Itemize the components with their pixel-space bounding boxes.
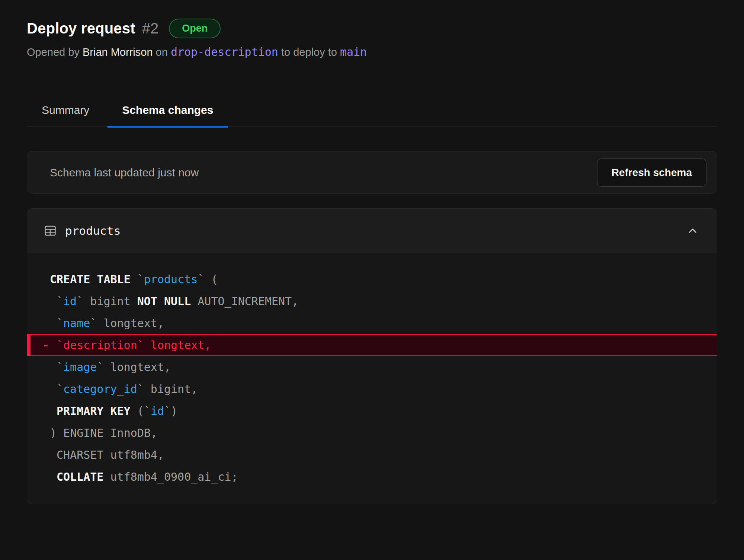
diff-gutter <box>42 400 50 422</box>
code-text: CHARSET utf8mb4, <box>50 444 164 466</box>
deploy-request-page: Deploy request #2 Open Opened by Brian M… <box>0 19 744 504</box>
status-badge: Open <box>169 19 221 38</box>
code-text: `name` longtext, <box>50 312 164 334</box>
code-line: COLLATE utf8mb4_0900_ai_ci; <box>27 466 717 488</box>
code-text: COLLATE utf8mb4_0900_ai_ci; <box>50 466 238 488</box>
table-name: products <box>65 224 121 237</box>
schema-status-text: Schema last updated just now <box>50 166 199 179</box>
target-branch[interactable]: main <box>340 45 367 58</box>
page-header: Deploy request #2 Open <box>27 19 717 38</box>
chevron-up-icon[interactable] <box>686 224 699 237</box>
deploy-request-subtitle: Opened by Brian Morrison on drop-descrip… <box>27 44 717 60</box>
author-name: Brian Morrison <box>83 46 153 58</box>
code-line: `image` longtext, <box>27 356 717 378</box>
code-text: `id` bigint NOT NULL AUTO_INCREMENT, <box>50 290 298 312</box>
tab-bar: Summary Schema changes <box>27 104 717 127</box>
diff-gutter <box>42 422 50 444</box>
schema-status-bar: Schema last updated just now Refresh sch… <box>27 151 717 194</box>
subtitle-on: on <box>153 46 171 58</box>
table-panel-header[interactable]: products <box>27 209 717 253</box>
tab-schema-changes[interactable]: Schema changes <box>107 104 228 127</box>
page-title: Deploy request <box>27 20 135 37</box>
code-text: `category_id` bigint, <box>50 378 198 400</box>
table-schema-panel: products CREATE TABLE `products` (`id` b… <box>27 208 717 504</box>
code-line: `id` bigint NOT NULL AUTO_INCREMENT, <box>27 290 717 312</box>
diff-gutter <box>42 378 50 400</box>
code-line-removed: -`description` longtext, <box>27 334 717 356</box>
diff-gutter <box>42 268 50 290</box>
sql-code: CREATE TABLE `products` (`id` bigint NOT… <box>27 253 717 504</box>
code-line: `category_id` bigint, <box>27 378 717 400</box>
table-icon <box>44 224 57 237</box>
diff-gutter <box>42 290 50 312</box>
diff-gutter <box>42 466 50 488</box>
code-text: `image` longtext, <box>50 356 171 378</box>
code-text: `description` longtext, <box>50 335 211 355</box>
code-text: PRIMARY KEY (`id`) <box>50 400 177 422</box>
code-line: CHARSET utf8mb4, <box>27 444 717 466</box>
deploy-request-number: #2 <box>142 20 159 37</box>
diff-gutter <box>42 312 50 334</box>
diff-gutter: - <box>42 335 50 355</box>
code-line: ) ENGINE InnoDB, <box>27 422 717 444</box>
code-text: ) ENGINE InnoDB, <box>50 422 157 444</box>
subtitle-prefix: Opened by <box>27 46 83 58</box>
code-line: PRIMARY KEY (`id`) <box>27 400 717 422</box>
refresh-schema-button[interactable]: Refresh schema <box>597 159 706 187</box>
source-branch[interactable]: drop-description <box>171 45 278 58</box>
code-text: CREATE TABLE `products` ( <box>50 268 218 290</box>
diff-gutter <box>42 356 50 378</box>
subtitle-middle: to deploy to <box>278 46 340 58</box>
diff-gutter <box>42 444 50 466</box>
tab-summary[interactable]: Summary <box>27 104 104 127</box>
code-line: `name` longtext, <box>27 312 717 334</box>
code-line: CREATE TABLE `products` ( <box>27 268 717 290</box>
